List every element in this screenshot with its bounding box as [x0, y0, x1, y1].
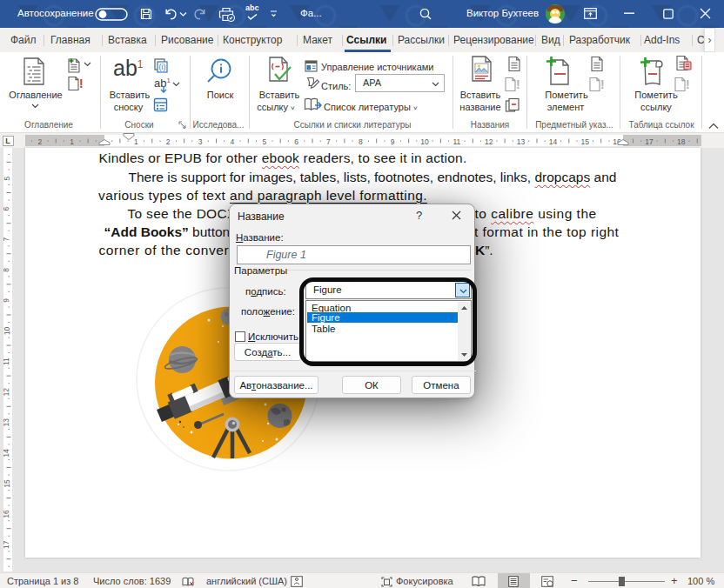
svg-text:6: 6 [3, 206, 11, 210]
svg-text:18: 18 [3, 571, 11, 571]
svg-text:6: 6 [294, 137, 298, 146]
svg-text:2: 2 [166, 137, 171, 146]
svg-text:7: 7 [3, 237, 11, 242]
svg-text:17: 17 [645, 137, 654, 146]
svg-text:14: 14 [549, 137, 558, 146]
svg-text:8: 8 [3, 268, 11, 272]
svg-text:18: 18 [677, 137, 686, 146]
svg-text:9: 9 [391, 137, 395, 146]
svg-text:10: 10 [3, 327, 11, 336]
svg-text:5: 5 [3, 176, 11, 180]
svg-text:8: 8 [359, 137, 363, 146]
svg-text:4: 4 [231, 137, 235, 146]
svg-text:!: ! [686, 77, 690, 91]
svg-text:14: 14 [3, 449, 11, 458]
svg-text:7: 7 [326, 137, 331, 146]
svg-text:11: 11 [3, 357, 11, 365]
svg-text:10: 10 [420, 137, 429, 146]
svg-text:16: 16 [3, 510, 11, 518]
svg-text:11: 11 [452, 137, 460, 146]
svg-text:13: 13 [517, 137, 526, 146]
svg-text:!: ! [516, 77, 520, 91]
svg-text:!: ! [79, 77, 84, 90]
svg-text:5: 5 [262, 137, 266, 146]
svg-text:1: 1 [70, 137, 74, 146]
svg-text:2: 2 [37, 137, 42, 146]
svg-text:(i): (i) [159, 63, 166, 71]
svg-text:12: 12 [485, 137, 493, 146]
svg-text:12: 12 [3, 388, 11, 397]
svg-text:3: 3 [198, 137, 203, 146]
svg-text:!: ! [600, 77, 605, 91]
svg-text:9: 9 [3, 298, 11, 303]
svg-text:15: 15 [580, 137, 589, 146]
svg-text:15: 15 [3, 479, 11, 488]
svg-text:13: 13 [3, 418, 11, 427]
svg-text:17: 17 [3, 540, 11, 549]
